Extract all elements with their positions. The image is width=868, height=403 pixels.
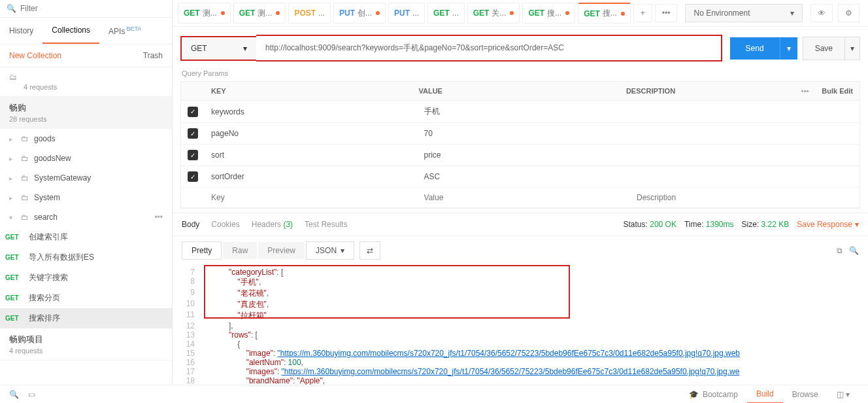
checkbox[interactable]: ✓ [188, 171, 198, 182]
params-value-header: VALUE [412, 82, 619, 100]
checkbox[interactable]: ✓ [188, 107, 198, 117]
eye-icon[interactable]: 👁 [810, 4, 833, 22]
more-tabs-button[interactable]: ••• [655, 4, 678, 22]
copy-icon[interactable]: ⧉ [837, 246, 843, 255]
chevron-down-icon: ▾ [341, 246, 344, 255]
folder-search[interactable]: ▾🗀search••• [0, 207, 172, 227]
gear-icon[interactable]: ⚙ [838, 4, 860, 22]
param-value[interactable]: ASC [418, 167, 631, 186]
save-dropdown[interactable]: ▾ [845, 37, 860, 60]
tab-test-results[interactable]: Test Results [305, 220, 347, 229]
bulk-edit-link[interactable]: Bulk Edit [815, 82, 860, 100]
method-select[interactable]: GET▾ [180, 36, 256, 61]
environment-select[interactable]: No Environment▾ [685, 4, 803, 22]
param-desc[interactable] [630, 107, 860, 117]
tab-history[interactable]: History [0, 18, 42, 43]
collection-block[interactable]: 畅购 28 requests [0, 97, 172, 129]
response-body[interactable]: 7 "categoryList": [ 8 "手机", 9 "老花镜", 10 … [173, 265, 868, 385]
params-key-header: KEY [205, 82, 412, 100]
request-row[interactable]: GET导入所有数据到ES [0, 247, 172, 268]
chevron-down-icon: ▾ [855, 220, 859, 229]
grad-icon: 🎓 [689, 390, 699, 399]
bootcamp-link[interactable]: 🎓Bootcamp [680, 386, 747, 403]
tab-cookies[interactable]: Cookies [211, 220, 239, 229]
folder-icon: 🗀 [21, 193, 29, 202]
collection-block[interactable]: 畅购项目 4 requests [0, 328, 172, 360]
format-select[interactable]: JSON▾ [306, 241, 354, 260]
folder-systemgateway[interactable]: ▸🗀SystemGateway [0, 168, 172, 188]
new-collection-link[interactable]: New Collection [9, 51, 61, 60]
panel-icon[interactable]: ▭ [28, 390, 35, 399]
filter-input[interactable] [20, 4, 165, 13]
console-icon[interactable]: 🔍 [9, 390, 19, 399]
folder-icon: 🗀 [21, 213, 29, 222]
view-pretty[interactable]: Pretty [182, 241, 222, 260]
param-desc[interactable] [630, 128, 860, 139]
more-icon[interactable]: ••• [154, 213, 163, 222]
folder-icon: 🗀 [21, 134, 29, 143]
param-key[interactable]: sort [205, 145, 418, 165]
wrap-button[interactable]: ⇄ [359, 241, 380, 260]
build-link[interactable]: Build [747, 385, 783, 404]
time-label: Time: 1390ms [684, 220, 734, 229]
param-desc[interactable] [630, 150, 860, 160]
save-button[interactable]: Save [803, 37, 845, 60]
add-tab-button[interactable]: + [633, 4, 652, 22]
request-tab[interactable]: GET... [427, 3, 465, 24]
params-desc-header: DESCRIPTION [620, 82, 795, 100]
request-tab[interactable]: GET搜... [578, 3, 631, 24]
folder-goods[interactable]: ▸🗀goods [0, 129, 172, 149]
tab-headers[interactable]: Headers (3) [252, 220, 293, 229]
checkbox[interactable]: ✓ [188, 128, 198, 139]
query-params-label: Query Params [173, 69, 868, 77]
size-label: Size: 3.22 KB [742, 220, 790, 229]
param-value[interactable]: 手机 [418, 101, 631, 122]
folder-goodsnew[interactable]: ▸🗀goodsNew [0, 149, 172, 168]
save-response-link[interactable]: Save Response ▾ [797, 220, 859, 229]
request-tab[interactable]: POST... [288, 3, 331, 24]
trash-link[interactable]: Trash [143, 51, 163, 60]
status-label: Status: 200 OK [624, 220, 676, 229]
tab-apis[interactable]: APIsBETA [99, 18, 150, 44]
request-tab[interactable]: PUT创... [333, 3, 386, 24]
folder-icon: 🗀 [21, 154, 29, 163]
request-tab[interactable]: GET测... [233, 3, 286, 24]
folder-icon: 🗂 [9, 73, 17, 82]
request-row[interactable]: GET创建索引库 [0, 227, 172, 247]
view-preview[interactable]: Preview [258, 242, 305, 259]
filter-row: 🔍 [0, 0, 172, 18]
send-button[interactable]: Send [730, 37, 780, 60]
param-value-input[interactable] [424, 193, 624, 202]
param-value[interactable]: 70 [418, 124, 631, 143]
param-key-input[interactable] [211, 193, 411, 202]
browse-link[interactable]: Browse [783, 386, 827, 403]
param-key[interactable]: keywords [205, 102, 418, 122]
send-dropdown[interactable]: ▾ [780, 37, 797, 60]
collection-block[interactable]: 🗂 4 requests [0, 67, 172, 97]
param-value[interactable]: price [418, 145, 631, 165]
chevron-down-icon: ▾ [790, 9, 794, 18]
request-tab[interactable]: GET测... [178, 3, 231, 24]
folder-system[interactable]: ▸🗀System [0, 188, 172, 207]
request-tab[interactable]: PUT... [388, 3, 425, 24]
request-row[interactable]: GET搜索分页 [0, 288, 172, 308]
chevron-down-icon: ▾ [243, 44, 247, 53]
url-input[interactable]: http://localhost:9009/search?keywords=手机… [256, 35, 722, 61]
folder-icon: 🗀 [21, 173, 29, 183]
tab-collections[interactable]: Collections [42, 18, 99, 44]
checkbox[interactable]: ✓ [188, 150, 198, 160]
search-icon: 🔍 [7, 4, 16, 13]
more-icon[interactable]: ••• [795, 82, 816, 100]
request-tab[interactable]: GET关... [467, 3, 520, 24]
view-raw[interactable]: Raw [223, 242, 257, 259]
request-row[interactable]: GET关键字搜索 [0, 268, 172, 288]
request-tab[interactable]: GET搜... [522, 3, 575, 24]
param-key[interactable]: pageNo [205, 124, 418, 143]
request-row[interactable]: GET搜索排序 [0, 308, 172, 328]
param-desc-input[interactable] [637, 193, 853, 202]
search-icon[interactable]: 🔍 [849, 246, 859, 255]
param-desc[interactable] [630, 171, 860, 182]
tab-body[interactable]: Body [182, 220, 199, 229]
panes-icon[interactable]: ◫ ▾ [827, 386, 859, 403]
param-key[interactable]: sortOrder [205, 167, 418, 186]
